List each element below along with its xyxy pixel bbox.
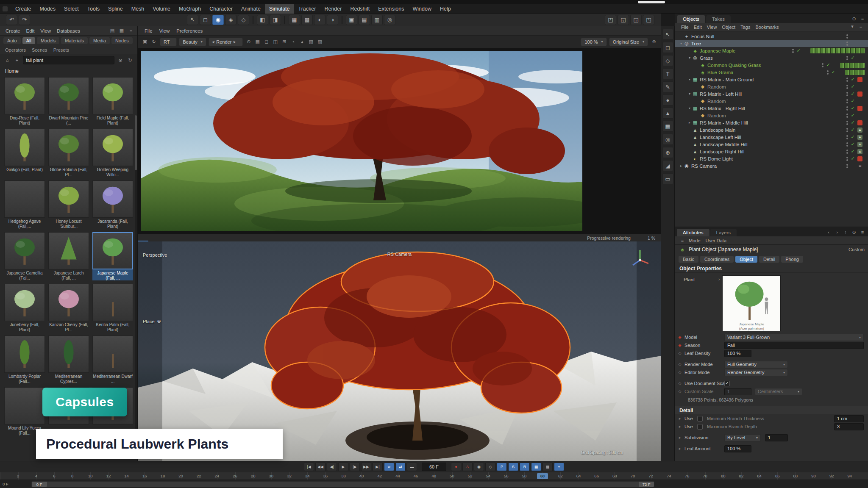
object-manager-menu-item[interactable]: Object [719,25,738,30]
record-button[interactable]: ▩ [542,463,553,471]
object-row[interactable]: ▾ ◎ Grass ✓ [675,54,868,61]
object-row[interactable]: ▸ ▦ RS Matrix - Middle Hill ✓ [675,119,868,126]
visibility-dots-icon[interactable] [846,34,848,39]
timeline-ruler[interactable]: 2468101214161820222426283032343638404244… [0,472,868,480]
asset-item[interactable]: Dog-Rose (Fall, Plant) [4,77,45,125]
panel-header-icon[interactable]: ≡ [859,15,866,22]
home-icon[interactable]: ⌂ [3,57,11,64]
visibility-dots-icon[interactable] [846,135,848,139]
expand-caret-icon[interactable]: ▾ [687,92,692,96]
object-row[interactable]: ▲ Landscape Middle Hill ✓ ▲ [675,141,868,148]
menu-item[interactable]: Character [205,4,237,14]
category-tab[interactable]: Scenes [32,47,47,53]
search-input[interactable] [23,56,114,64]
asset-item[interactable]: Lombardy Poplar (Fall... [4,336,45,384]
enabled-check-icon[interactable]: ✓ [850,55,855,61]
keyframe-icon[interactable]: ▸ [675,416,684,421]
enabled-check-icon[interactable]: ✓ [850,91,855,97]
number-field[interactable]: 1 [765,434,788,441]
record-button[interactable]: + [554,463,564,471]
range-start-grip[interactable]: 0 F [32,482,47,487]
history-nav-icon[interactable]: ‹ [825,229,832,236]
viewport-name-label[interactable]: Perspective [143,252,167,258]
visibility-dots-icon[interactable] [846,92,848,96]
tool-icon[interactable]: ◎ [384,15,395,25]
number-field[interactable]: 3 [834,423,864,430]
filter-tab[interactable]: Nodes [111,37,133,44]
filter-tab[interactable]: Models [37,37,59,44]
undo-redo-icon[interactable]: ↶ [6,15,17,25]
enabled-check-icon[interactable]: ✓ [850,84,855,89]
keyframe-icon[interactable]: ◇ [675,370,684,374]
expand-caret-icon[interactable]: › [718,275,720,282]
object-row[interactable]: ▾ ◎ Tree [675,40,868,47]
current-frame-field[interactable]: 60 F [422,463,446,471]
menu-item[interactable]: Extensions [374,4,408,14]
attribute-manager-tab[interactable]: Attributes [677,229,709,236]
asset-item[interactable]: Field Maple (Fall, Plant) [92,77,133,125]
filter-icon[interactable]: ▾ [849,23,856,30]
rect-select-tool-icon[interactable]: ◻ [662,42,673,53]
record-button[interactable]: ◇ [485,463,495,471]
record-button[interactable]: A [462,463,473,471]
playback-button[interactable]: ⇄ [395,463,406,471]
keyframe-icon[interactable]: ◇ [675,351,684,355]
keyframe-icon[interactable]: ▸ [675,446,684,451]
menu-item[interactable]: Volume [148,4,175,14]
tool-icon[interactable]: ▣ [346,15,357,25]
layout-icon[interactable]: ◰ [605,15,616,25]
object-manager-tab[interactable]: Takes [706,15,731,23]
object-tag-icon[interactable]: ▲ [857,149,862,154]
visibility-dots-icon[interactable] [846,114,848,118]
object-tag-icon[interactable] [857,84,862,89]
object-row[interactable]: ♣ Japanese Maple ✓ [675,47,868,54]
attribute-section-tab[interactable]: Basic [679,256,698,263]
playback-button[interactable]: ▶▶ [361,463,371,471]
perspective-viewport[interactable]: Perspective RS Camera Place ⊕ Grid Spaci… [138,241,661,461]
playback-button[interactable]: ▶| [373,463,383,471]
enabled-check-icon[interactable]: ✓ [850,156,855,161]
visibility-dots-icon[interactable] [846,150,848,154]
object-tag-icon[interactable] [857,120,862,125]
dropdown[interactable]: Full Geometry [724,361,788,368]
menu-item[interactable]: MoGraph [175,4,205,14]
playback-button[interactable]: ◀◀ [315,463,326,471]
tool-icon[interactable] [342,16,342,24]
attribute-section-tab[interactable]: Coordinates [700,256,734,263]
render-option-icon[interactable]: ▧ [307,39,315,45]
object-row[interactable]: ▲ Landscape Left Hill ✓ ▲ [675,133,868,141]
enabled-check-icon[interactable]: ✓ [850,141,855,147]
render-view[interactable] [138,48,661,234]
playback-button[interactable]: |◀ [304,463,314,471]
layout-icon[interactable]: ◲ [630,15,642,25]
object-row[interactable]: ▾ ▦ RS Matrix - Left Hill ✓ [675,90,868,97]
render-view-menu-item[interactable]: Preferences [173,28,206,33]
view-mode-icon[interactable]: ▤ [108,28,116,34]
object-row[interactable]: ♣ Blue Grama ✓ [675,69,868,76]
scrollbar[interactable] [135,115,137,458]
dropdown[interactable]: Render Geometry [724,369,788,376]
number-field[interactable]: 100 % [724,445,751,452]
object-manager-tab[interactable]: Objects [677,15,705,23]
tool-icon[interactable]: ◨ [270,15,281,25]
number-field[interactable]: 1 cm [834,415,864,422]
attribute-section-tab[interactable]: Phong [781,256,803,263]
visibility-dots-icon[interactable] [846,142,848,147]
record-button[interactable]: R [520,463,530,471]
view-mode-icon[interactable]: ▦ [118,28,125,34]
menu-item[interactable]: Render [320,4,346,14]
object-tag-icon[interactable] [857,106,862,111]
pen-tool-icon[interactable]: ✎ [662,81,673,92]
pass-dropdown[interactable]: Beauty [179,38,206,46]
expand-caret-icon[interactable]: ▸ [679,164,684,168]
object-tag-icon[interactable]: ▲ [857,142,862,147]
keyframe-icon[interactable]: ◇ [675,381,684,385]
visibility-dots-icon[interactable] [846,99,848,103]
tool-icon[interactable]: ◈ [225,15,236,25]
history-nav-icon[interactable]: ⊙ [850,229,858,236]
asset-browser-menu-item[interactable]: Databases [54,28,83,33]
filter-icon[interactable]: ≡ [857,23,865,30]
filter-tab[interactable]: Materials [61,37,88,44]
custom-dropdown[interactable]: Custom [849,247,865,252]
attribute-section-tab[interactable]: Object [735,256,757,263]
